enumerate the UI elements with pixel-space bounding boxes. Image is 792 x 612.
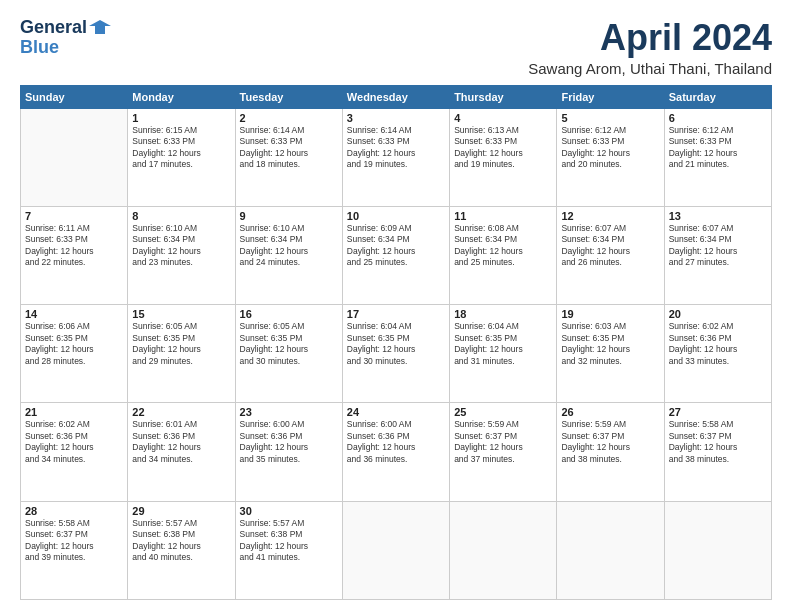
day-number: 7 bbox=[25, 210, 123, 222]
day-number: 26 bbox=[561, 406, 659, 418]
weekday-header-monday: Monday bbox=[128, 85, 235, 108]
day-number: 21 bbox=[25, 406, 123, 418]
day-number: 16 bbox=[240, 308, 338, 320]
day-number: 4 bbox=[454, 112, 552, 124]
logo-blue: Blue bbox=[20, 38, 59, 58]
day-number: 28 bbox=[25, 505, 123, 517]
calendar-cell: 25Sunrise: 5:59 AM Sunset: 6:37 PM Dayli… bbox=[450, 403, 557, 501]
day-info: Sunrise: 6:14 AM Sunset: 6:33 PM Dayligh… bbox=[240, 125, 338, 171]
day-info: Sunrise: 6:07 AM Sunset: 6:34 PM Dayligh… bbox=[669, 223, 767, 269]
weekday-header-tuesday: Tuesday bbox=[235, 85, 342, 108]
weekday-header-wednesday: Wednesday bbox=[342, 85, 449, 108]
calendar-cell: 10Sunrise: 6:09 AM Sunset: 6:34 PM Dayli… bbox=[342, 206, 449, 304]
weekday-header-saturday: Saturday bbox=[664, 85, 771, 108]
day-info: Sunrise: 6:09 AM Sunset: 6:34 PM Dayligh… bbox=[347, 223, 445, 269]
day-number: 30 bbox=[240, 505, 338, 517]
day-number: 18 bbox=[454, 308, 552, 320]
day-info: Sunrise: 6:15 AM Sunset: 6:33 PM Dayligh… bbox=[132, 125, 230, 171]
day-number: 14 bbox=[25, 308, 123, 320]
day-info: Sunrise: 6:04 AM Sunset: 6:35 PM Dayligh… bbox=[347, 321, 445, 367]
calendar-table: SundayMondayTuesdayWednesdayThursdayFrid… bbox=[20, 85, 772, 600]
calendar-cell: 21Sunrise: 6:02 AM Sunset: 6:36 PM Dayli… bbox=[21, 403, 128, 501]
day-info: Sunrise: 6:00 AM Sunset: 6:36 PM Dayligh… bbox=[240, 419, 338, 465]
calendar-week-row: 7Sunrise: 6:11 AM Sunset: 6:33 PM Daylig… bbox=[21, 206, 772, 304]
day-number: 22 bbox=[132, 406, 230, 418]
calendar-cell: 9Sunrise: 6:10 AM Sunset: 6:34 PM Daylig… bbox=[235, 206, 342, 304]
page: General Blue April 2024 Sawang Arom, Uth… bbox=[0, 0, 792, 612]
day-number: 24 bbox=[347, 406, 445, 418]
day-number: 11 bbox=[454, 210, 552, 222]
day-info: Sunrise: 6:02 AM Sunset: 6:36 PM Dayligh… bbox=[669, 321, 767, 367]
calendar-cell bbox=[342, 501, 449, 599]
calendar-cell bbox=[557, 501, 664, 599]
day-info: Sunrise: 6:08 AM Sunset: 6:34 PM Dayligh… bbox=[454, 223, 552, 269]
calendar-cell: 14Sunrise: 6:06 AM Sunset: 6:35 PM Dayli… bbox=[21, 305, 128, 403]
calendar-header: SundayMondayTuesdayWednesdayThursdayFrid… bbox=[21, 85, 772, 108]
weekday-header-thursday: Thursday bbox=[450, 85, 557, 108]
day-info: Sunrise: 6:12 AM Sunset: 6:33 PM Dayligh… bbox=[561, 125, 659, 171]
day-info: Sunrise: 5:57 AM Sunset: 6:38 PM Dayligh… bbox=[132, 518, 230, 564]
calendar-cell: 29Sunrise: 5:57 AM Sunset: 6:38 PM Dayli… bbox=[128, 501, 235, 599]
day-number: 29 bbox=[132, 505, 230, 517]
logo: General Blue bbox=[20, 18, 111, 58]
calendar-cell: 30Sunrise: 5:57 AM Sunset: 6:38 PM Dayli… bbox=[235, 501, 342, 599]
calendar-cell: 17Sunrise: 6:04 AM Sunset: 6:35 PM Dayli… bbox=[342, 305, 449, 403]
day-number: 20 bbox=[669, 308, 767, 320]
day-number: 2 bbox=[240, 112, 338, 124]
day-info: Sunrise: 6:13 AM Sunset: 6:33 PM Dayligh… bbox=[454, 125, 552, 171]
day-info: Sunrise: 6:10 AM Sunset: 6:34 PM Dayligh… bbox=[132, 223, 230, 269]
calendar-cell: 13Sunrise: 6:07 AM Sunset: 6:34 PM Dayli… bbox=[664, 206, 771, 304]
calendar-cell: 18Sunrise: 6:04 AM Sunset: 6:35 PM Dayli… bbox=[450, 305, 557, 403]
calendar-cell: 5Sunrise: 6:12 AM Sunset: 6:33 PM Daylig… bbox=[557, 108, 664, 206]
day-number: 6 bbox=[669, 112, 767, 124]
calendar-cell: 28Sunrise: 5:58 AM Sunset: 6:37 PM Dayli… bbox=[21, 501, 128, 599]
weekday-header-row: SundayMondayTuesdayWednesdayThursdayFrid… bbox=[21, 85, 772, 108]
svg-marker-0 bbox=[89, 20, 111, 34]
calendar-cell bbox=[450, 501, 557, 599]
calendar-cell: 16Sunrise: 6:05 AM Sunset: 6:35 PM Dayli… bbox=[235, 305, 342, 403]
calendar-cell: 1Sunrise: 6:15 AM Sunset: 6:33 PM Daylig… bbox=[128, 108, 235, 206]
weekday-header-friday: Friday bbox=[557, 85, 664, 108]
day-info: Sunrise: 6:14 AM Sunset: 6:33 PM Dayligh… bbox=[347, 125, 445, 171]
day-info: Sunrise: 6:06 AM Sunset: 6:35 PM Dayligh… bbox=[25, 321, 123, 367]
calendar-week-row: 1Sunrise: 6:15 AM Sunset: 6:33 PM Daylig… bbox=[21, 108, 772, 206]
header: General Blue April 2024 Sawang Arom, Uth… bbox=[20, 18, 772, 77]
calendar-cell: 11Sunrise: 6:08 AM Sunset: 6:34 PM Dayli… bbox=[450, 206, 557, 304]
day-info: Sunrise: 6:05 AM Sunset: 6:35 PM Dayligh… bbox=[132, 321, 230, 367]
day-info: Sunrise: 6:12 AM Sunset: 6:33 PM Dayligh… bbox=[669, 125, 767, 171]
day-info: Sunrise: 5:59 AM Sunset: 6:37 PM Dayligh… bbox=[561, 419, 659, 465]
day-info: Sunrise: 5:57 AM Sunset: 6:38 PM Dayligh… bbox=[240, 518, 338, 564]
day-number: 8 bbox=[132, 210, 230, 222]
logo-general: General bbox=[20, 18, 87, 38]
calendar-cell: 26Sunrise: 5:59 AM Sunset: 6:37 PM Dayli… bbox=[557, 403, 664, 501]
calendar-cell: 7Sunrise: 6:11 AM Sunset: 6:33 PM Daylig… bbox=[21, 206, 128, 304]
calendar-cell: 20Sunrise: 6:02 AM Sunset: 6:36 PM Dayli… bbox=[664, 305, 771, 403]
day-info: Sunrise: 5:58 AM Sunset: 6:37 PM Dayligh… bbox=[25, 518, 123, 564]
month-title: April 2024 bbox=[528, 18, 772, 58]
calendar-cell: 6Sunrise: 6:12 AM Sunset: 6:33 PM Daylig… bbox=[664, 108, 771, 206]
weekday-header-sunday: Sunday bbox=[21, 85, 128, 108]
day-info: Sunrise: 6:03 AM Sunset: 6:35 PM Dayligh… bbox=[561, 321, 659, 367]
calendar-cell: 22Sunrise: 6:01 AM Sunset: 6:36 PM Dayli… bbox=[128, 403, 235, 501]
day-number: 1 bbox=[132, 112, 230, 124]
calendar-cell bbox=[21, 108, 128, 206]
day-info: Sunrise: 6:02 AM Sunset: 6:36 PM Dayligh… bbox=[25, 419, 123, 465]
calendar-week-row: 28Sunrise: 5:58 AM Sunset: 6:37 PM Dayli… bbox=[21, 501, 772, 599]
day-number: 19 bbox=[561, 308, 659, 320]
day-info: Sunrise: 6:07 AM Sunset: 6:34 PM Dayligh… bbox=[561, 223, 659, 269]
calendar-cell: 3Sunrise: 6:14 AM Sunset: 6:33 PM Daylig… bbox=[342, 108, 449, 206]
day-number: 17 bbox=[347, 308, 445, 320]
day-number: 23 bbox=[240, 406, 338, 418]
day-number: 12 bbox=[561, 210, 659, 222]
calendar-week-row: 14Sunrise: 6:06 AM Sunset: 6:35 PM Dayli… bbox=[21, 305, 772, 403]
calendar-cell: 2Sunrise: 6:14 AM Sunset: 6:33 PM Daylig… bbox=[235, 108, 342, 206]
day-info: Sunrise: 6:04 AM Sunset: 6:35 PM Dayligh… bbox=[454, 321, 552, 367]
calendar-cell: 12Sunrise: 6:07 AM Sunset: 6:34 PM Dayli… bbox=[557, 206, 664, 304]
day-info: Sunrise: 6:01 AM Sunset: 6:36 PM Dayligh… bbox=[132, 419, 230, 465]
day-number: 3 bbox=[347, 112, 445, 124]
day-number: 13 bbox=[669, 210, 767, 222]
day-number: 5 bbox=[561, 112, 659, 124]
calendar-cell bbox=[664, 501, 771, 599]
calendar-body: 1Sunrise: 6:15 AM Sunset: 6:33 PM Daylig… bbox=[21, 108, 772, 599]
calendar-week-row: 21Sunrise: 6:02 AM Sunset: 6:36 PM Dayli… bbox=[21, 403, 772, 501]
